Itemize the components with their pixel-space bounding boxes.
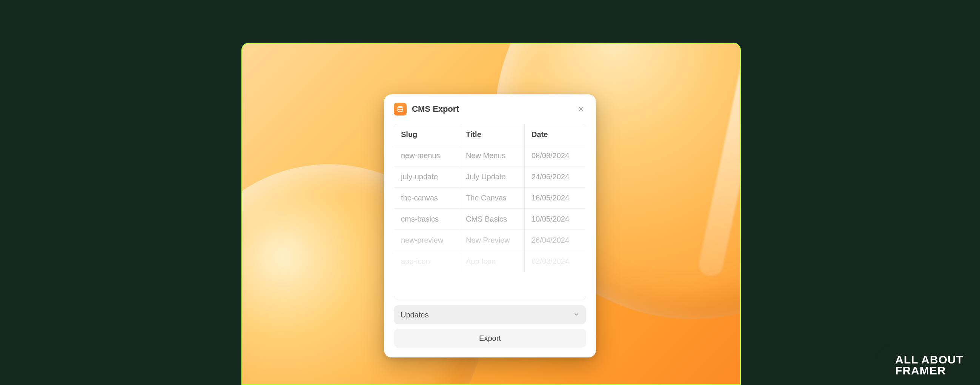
cell-slug: new-menus [394,145,459,166]
watermark-text: ALL ABOUT FRAMER [895,355,963,376]
cell-slug: july-update [394,166,459,187]
column-header-title: Title [459,124,525,145]
watermark-badge: ALL ABOUT FRAMER [877,345,980,385]
collection-select[interactable]: Updates [394,305,586,324]
table-fade [394,272,586,300]
cell-date: 08/08/2024 [525,145,586,166]
table-row[interactable]: app-icon App Icon 02/03/2024 [394,251,586,272]
cell-slug: new-preview [394,230,459,251]
table-row[interactable]: the-canvas The Canvas 16/05/2024 [394,188,586,209]
cell-date: 02/03/2024 [525,251,586,272]
cell-date: 16/05/2024 [525,188,586,208]
cell-title: The Canvas [459,188,525,208]
modal-footer: Updates Export [384,300,596,358]
cell-date: 10/05/2024 [525,209,586,230]
column-header-slug: Slug [394,124,459,145]
cell-slug: app-icon [394,251,459,272]
svg-point-0 [398,106,402,108]
cell-date: 24/06/2024 [525,166,586,187]
chevron-down-icon [573,311,579,320]
select-value: Updates [401,311,429,320]
cell-slug: cms-basics [394,209,459,230]
cell-title: July Update [459,166,525,187]
export-table: Slug Title Date new-menus New Menus 08/0… [394,124,586,300]
table-body: new-menus New Menus 08/08/2024 july-upda… [394,145,586,272]
table-row[interactable]: new-preview New Preview 26/04/2024 [394,230,586,251]
cell-slug: the-canvas [394,188,459,208]
cell-title: App Icon [459,251,525,272]
database-icon [394,103,407,115]
export-button-label: Export [479,334,501,343]
export-button[interactable]: Export [394,329,586,348]
table-header-row: Slug Title Date [394,124,586,145]
cell-title: New Preview [459,230,525,251]
close-icon: × [578,105,584,113]
column-header-date: Date [525,124,586,145]
table-row[interactable]: new-menus New Menus 08/08/2024 [394,145,586,166]
watermark-line: ALL ABOUT [895,355,963,365]
cell-title: CMS Basics [459,209,525,230]
close-button[interactable]: × [576,104,586,114]
modal-title: CMS Export [412,104,459,114]
modal-header: CMS Export × [384,94,596,122]
cms-export-modal: CMS Export × Slug Title Date new-menus N… [384,94,596,358]
cell-title: New Menus [459,145,525,166]
watermark-line: FRAMER [895,365,963,376]
table-row[interactable]: cms-basics CMS Basics 10/05/2024 [394,209,586,230]
cell-date: 26/04/2024 [525,230,586,251]
table-row[interactable]: july-update July Update 24/06/2024 [394,166,586,188]
